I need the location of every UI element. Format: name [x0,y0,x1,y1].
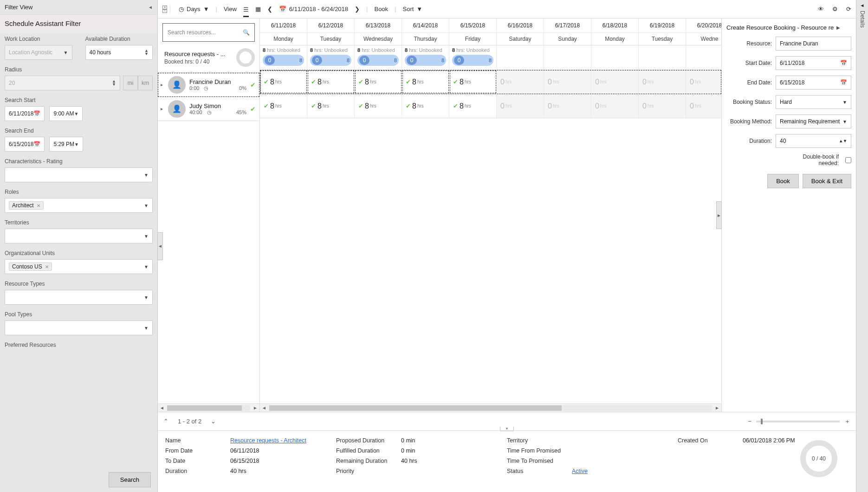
calendar-day-header: 6/20/2018Wedne [686,19,721,45]
grid-view-button[interactable]: ▦ [255,6,261,13]
availability-cell[interactable]: ✔8hrs [260,94,307,118]
work-location-select[interactable]: Location Agnostic ▼ [5,45,72,60]
zoom-slider[interactable] [756,421,840,422]
calendar-range[interactable]: 📅 6/11/2018 - 6/24/2018 [279,6,348,13]
resource-row[interactable]: ▸ 👤 Judy Simon 40:00◷45% ✔ [158,97,259,121]
available-duration-input[interactable]: 40 hours ▲▼ [85,45,153,60]
availability-cell[interactable]: 0hrs [591,94,639,118]
availability-cell[interactable]: ✔8hrs [402,70,449,94]
remove-chip-icon[interactable]: ✕ [37,203,40,208]
resource-types-label: Resource Types [5,281,153,287]
zoom-out-icon[interactable]: − [748,418,751,425]
filter-panel-side-collapse[interactable]: ◄ [157,232,163,260]
radius-unit-mi[interactable]: mi [123,76,138,90]
check-icon: ✔ [250,105,256,113]
availability-cell[interactable]: ✔8hrs [307,94,355,118]
availability-cell[interactable]: ✔8hrs [355,94,402,118]
calendar-resource-row[interactable]: ✔8hrs✔8hrs✔8hrs✔8hrs✔8hrs0hrs0hrs0hrs0hr… [260,70,721,94]
booking-end-date[interactable]: 6/15/2018📅 [776,76,851,89]
expand-row-icon[interactable]: ▸ [161,106,164,111]
booking-resource-input[interactable]: Francine Duran [776,37,851,51]
booking-status-select[interactable]: Hard▼ [776,95,851,109]
zoom-in-icon[interactable]: ＋ [844,417,850,426]
availability-cell[interactable]: 0hrs [686,70,721,94]
refresh-icon[interactable]: ⟳ [846,6,851,13]
calendar-resource-row[interactable]: ✔8hrs✔8hrs✔8hrs✔8hrs✔8hrs0hrs0hrs0hrs0hr… [260,94,721,118]
sort-button[interactable]: Sort ▼ [403,6,423,13]
clock-icon: ◷ [179,6,184,13]
availability-cell[interactable]: ✔8hrs [307,70,355,94]
check-icon: ✔ [406,78,411,85]
booking-method-select[interactable]: Remaining Requirement▼ [776,115,851,128]
resource-col-scrollbar[interactable]: ◄► [158,403,259,412]
pool-types-select[interactable]: ▼ [5,320,153,335]
availability-cell[interactable]: 0hrs [639,94,686,118]
booking-panel-collapse[interactable]: ► [716,201,722,229]
search-icon[interactable]: 🔍 [243,29,250,36]
fulfillment-donut: 0 / 40 [800,440,837,477]
requirement-link[interactable]: Resource requests - Architect [230,437,306,444]
radius-unit-km[interactable]: km [138,76,153,90]
org-units-label: Organizational Units [5,250,153,256]
remove-chip-icon[interactable]: ✕ [45,264,49,269]
booking-start-date[interactable]: 6/11/2018📅 [776,56,851,70]
resource-types-select[interactable]: ▼ [5,290,153,305]
availability-cell[interactable]: 0hrs [544,94,591,118]
roles-label: Roles [5,189,153,195]
details-side-tab[interactable]: ◄ Details [856,0,868,492]
book-button[interactable]: Book [374,6,388,13]
pool-types-label: Pool Types [5,311,153,318]
resource-row[interactable]: ▸ 👤 Francine Duran 0:00◷0% ✔ [158,73,259,97]
time-unit-selector[interactable]: ◷ Days ▼ [179,6,209,13]
next-range-button[interactable]: ❯ [355,6,360,13]
settings-icon[interactable]: ⚙ [832,6,838,13]
check-icon: ✔ [406,102,411,109]
status-link[interactable]: Active [572,468,588,474]
resource-search-input[interactable]: Search resources... 🔍 [162,23,255,42]
availability-cell[interactable]: ✔8hrs [260,70,307,94]
roles-select[interactable]: Architect✕ ▼ [5,198,153,213]
availability-cell[interactable]: ✔8hrs [402,94,449,118]
calendar-scrollbar[interactable]: ◄► [260,403,721,412]
territories-select[interactable]: ▼ [5,229,153,243]
availability-cell[interactable]: ✔8hrs [355,70,402,94]
availability-cell[interactable]: 0hrs [497,70,544,94]
check-icon: ✔ [250,81,256,89]
availability-cell[interactable]: ✔8hrs [449,70,497,94]
book-exit-button[interactable]: Book & Exit [803,174,851,188]
doublebook-checkbox[interactable] [845,157,851,163]
radius-input: 20 ▲▼ [5,76,120,90]
list-view-button[interactable]: ☰ [243,6,249,17]
availability-cell[interactable]: ✔8hrs [449,94,497,118]
chevron-right-icon[interactable]: ▶ [836,25,840,30]
page-down-icon[interactable]: ⌄ [211,418,216,425]
availability-cell[interactable]: 0hrs [639,70,686,94]
requirement-day-cell [686,45,721,70]
search-start-date[interactable]: 6/11/2018 📅 [5,106,45,121]
org-units-select[interactable]: Contoso US✕ ▼ [5,259,153,274]
search-button[interactable]: Search [109,472,151,487]
role-chip-architect[interactable]: Architect✕ [9,201,44,210]
calendar-day-header: 6/17/2018Sunday [544,19,591,45]
clock-icon: ◷ [207,109,212,115]
search-end-time[interactable]: 5:29 PM ▼ [49,137,83,152]
visibility-icon[interactable]: 👁 [818,6,824,13]
org-chip-contoso[interactable]: Contoso US✕ [9,262,52,271]
availability-cell[interactable]: 0hrs [544,70,591,94]
availability-cell[interactable]: 0hrs [686,94,721,118]
prev-range-button[interactable]: ❮ [267,6,272,13]
page-up-icon[interactable]: ⌃ [163,418,168,425]
toolbar: +− ◷ Days ▼ | View ☰ ▦ ❮ 📅 6/11/2018 - 6… [158,0,856,19]
search-end-date[interactable]: 6/15/2018 📅 [5,137,45,152]
booking-duration-input[interactable]: 40▲▼ [776,134,851,148]
availability-cell[interactable]: 0hrs [497,94,544,118]
availability-cell[interactable]: 0hrs [591,70,639,94]
filter-collapse-icon[interactable]: ◄ [148,5,153,10]
search-start-time[interactable]: 9:00 AM ▼ [49,106,83,121]
book-action-button[interactable]: Book [767,174,799,188]
expand-row-icon[interactable]: ▸ [161,82,164,87]
requirement-summary: Resource requests - ... Booked hrs: 0 / … [158,46,259,73]
requirement-day-cell: 8 hrs: Unbooked 08 [355,45,402,70]
characteristics-select[interactable]: ▼ [5,167,153,182]
expand-collapse-rows[interactable]: +− [162,6,170,13]
